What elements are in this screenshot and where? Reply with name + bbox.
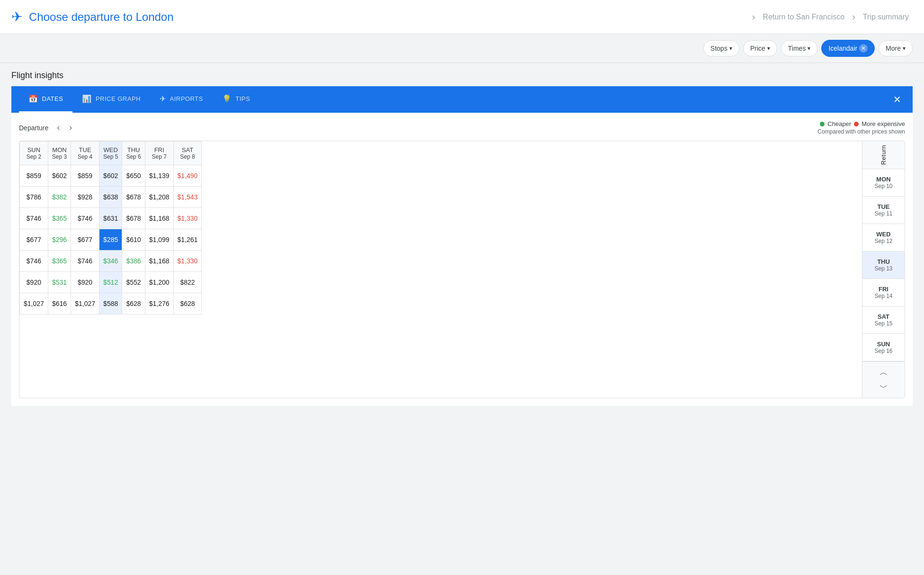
page-title: Choose departure to London [29, 10, 174, 24]
stops-filter-button[interactable]: Stops ▾ [703, 40, 739, 56]
return-down-arrow[interactable]: ﹀ [879, 381, 889, 394]
price-cell[interactable]: $1,261 [173, 229, 202, 251]
price-cell[interactable]: $1,330 [173, 208, 202, 229]
price-cell[interactable]: $1,276 [145, 293, 173, 314]
price-cell[interactable]: $552 [122, 272, 145, 293]
insights-close-icon[interactable]: ✕ [889, 90, 905, 109]
prev-arrow[interactable]: ‹ [54, 122, 63, 134]
tab-airports[interactable]: ✈ AIRPORTS [150, 86, 213, 113]
return-date-cell[interactable]: WEDSep 12 [862, 224, 905, 252]
price-cell[interactable]: $1,330 [173, 251, 202, 272]
price-cell[interactable]: $746 [20, 251, 48, 272]
tab-tips[interactable]: 💡 TIPS [213, 86, 260, 113]
col-tue: TUE Sep 4 [71, 142, 99, 165]
price-cell[interactable]: $822 [173, 272, 202, 293]
return-up-arrow[interactable]: ︿ [879, 366, 889, 379]
stops-label: Stops [710, 45, 727, 52]
price-cell[interactable]: $928 [71, 187, 99, 208]
return-date-cell[interactable]: FRISep 14 [862, 279, 905, 306]
price-cell[interactable]: $859 [71, 165, 99, 187]
price-cell[interactable]: $859 [20, 165, 48, 187]
step-return[interactable]: Return to San Francisco [759, 13, 849, 21]
price-cell[interactable]: $1,543 [173, 187, 202, 208]
price-cell[interactable]: $920 [71, 272, 99, 293]
price-cell[interactable]: $678 [122, 208, 145, 229]
price-cell[interactable]: $365 [48, 251, 71, 272]
return-header: Return [862, 141, 905, 169]
return-date-cell[interactable]: TUESep 11 [862, 197, 905, 224]
tab-dates-label: DATES [42, 95, 63, 102]
cheaper-label: Cheaper [827, 120, 851, 127]
airports-icon: ✈ [160, 94, 166, 103]
step-divider-2: › [852, 11, 855, 22]
expensive-dot [854, 122, 859, 126]
legend-cheaper-row: Cheaper More expensive [820, 120, 905, 127]
price-cell[interactable]: $786 [20, 187, 48, 208]
price-cell[interactable]: $1,168 [145, 251, 173, 272]
price-cell[interactable]: $1,490 [173, 165, 202, 187]
price-cell[interactable]: $1,027 [71, 293, 99, 314]
price-cell[interactable]: $602 [48, 165, 71, 187]
calendar-icon: 📅 [28, 94, 38, 103]
return-date-cell[interactable]: SUNSep 16 [862, 334, 905, 361]
return-date-cell[interactable]: SATSep 15 [862, 306, 905, 334]
header-left: ✈ Choose departure to London [11, 9, 748, 25]
return-date-cell[interactable]: MONSep 10 [862, 169, 905, 197]
more-filter-button[interactable]: More ▾ [879, 40, 913, 56]
more-label: More [886, 45, 901, 52]
filter-bar: Stops ▾ Price ▾ Times ▾ Icelandair ✕ Mor… [0, 34, 924, 63]
return-date-cell[interactable]: THUSep 13 [862, 252, 905, 279]
step-divider-1: › [752, 11, 755, 22]
step-summary[interactable]: Trip summary [859, 13, 913, 21]
price-cell[interactable]: $628 [173, 293, 202, 314]
tab-dates[interactable]: 📅 DATES [19, 86, 72, 113]
price-filter-button[interactable]: Price ▾ [743, 40, 777, 56]
price-cell[interactable]: $512 [99, 272, 122, 293]
price-cell[interactable]: $1,208 [145, 187, 173, 208]
return-label: Return [880, 145, 887, 165]
price-cell[interactable]: $610 [122, 229, 145, 251]
price-cell[interactable]: $746 [71, 251, 99, 272]
price-cell[interactable]: $1,099 [145, 229, 173, 251]
price-cell[interactable]: $1,139 [145, 165, 173, 187]
airline-filter-button[interactable]: Icelandair ✕ [821, 40, 875, 57]
price-cell[interactable]: $631 [99, 208, 122, 229]
tab-price-graph-label: PRICE GRAPH [96, 95, 141, 102]
price-cell[interactable]: $678 [122, 187, 145, 208]
airline-close-icon[interactable]: ✕ [859, 44, 868, 53]
price-cell[interactable]: $386 [122, 251, 145, 272]
price-cell[interactable]: $365 [48, 208, 71, 229]
price-cell[interactable]: $677 [71, 229, 99, 251]
price-cell[interactable]: $650 [122, 165, 145, 187]
price-cell[interactable]: $285 [99, 229, 122, 251]
col-sat: SAT Sep 8 [173, 142, 202, 165]
price-cell[interactable]: $746 [71, 208, 99, 229]
departure-label: Departure [19, 124, 48, 132]
price-cell[interactable]: $1,027 [20, 293, 48, 314]
price-cell[interactable]: $602 [99, 165, 122, 187]
times-filter-button[interactable]: Times ▾ [781, 40, 818, 56]
price-cell[interactable]: $588 [99, 293, 122, 314]
price-cell[interactable]: $616 [48, 293, 71, 314]
times-label: Times [788, 45, 806, 52]
tips-icon: 💡 [222, 94, 232, 103]
price-cell[interactable]: $1,200 [145, 272, 173, 293]
price-cell[interactable]: $346 [99, 251, 122, 272]
next-arrow[interactable]: › [66, 122, 75, 134]
price-cell[interactable]: $531 [48, 272, 71, 293]
price-cell[interactable]: $296 [48, 229, 71, 251]
price-cell[interactable]: $382 [48, 187, 71, 208]
price-cell[interactable]: $677 [20, 229, 48, 251]
price-cell[interactable]: $920 [20, 272, 48, 293]
price-cell[interactable]: $638 [99, 187, 122, 208]
more-chevron-icon: ▾ [903, 45, 906, 52]
col-sun: SUN Sep 2 [20, 142, 48, 165]
table-row: $859$602$859$602$650$1,139$1,490 [20, 165, 202, 187]
insights-section: Flight insights 📅 DATES 📊 PRICE GRAPH ✈ … [0, 63, 924, 406]
chart-icon: 📊 [82, 94, 92, 103]
tab-bar: 📅 DATES 📊 PRICE GRAPH ✈ AIRPORTS 💡 TIPS … [11, 86, 913, 113]
price-cell[interactable]: $628 [122, 293, 145, 314]
tab-price-graph[interactable]: 📊 PRICE GRAPH [72, 86, 150, 113]
price-cell[interactable]: $1,168 [145, 208, 173, 229]
price-cell[interactable]: $746 [20, 208, 48, 229]
